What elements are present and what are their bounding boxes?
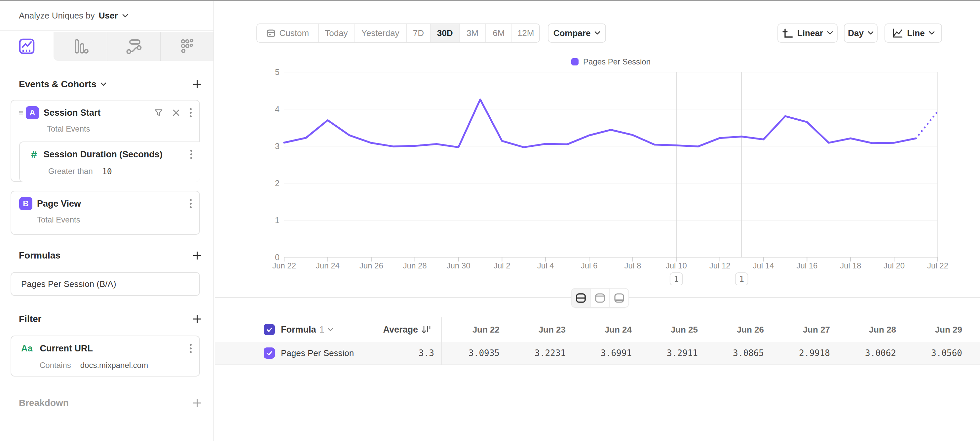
drag-handle-icon[interactable] bbox=[19, 110, 24, 115]
filter-operator-row: Contains docs.mixpanel.com bbox=[11, 359, 199, 371]
chevron-down-icon[interactable] bbox=[122, 14, 129, 18]
range-3m[interactable]: 3M bbox=[460, 24, 486, 42]
kebab-menu-icon[interactable] bbox=[189, 107, 192, 118]
filter-card-current-url[interactable]: Aa Current URL Contains docs.mixpanel.co… bbox=[11, 336, 200, 377]
kebab-menu-icon[interactable] bbox=[189, 343, 192, 354]
formula-header-label: Formula bbox=[281, 325, 316, 335]
date-column-header[interactable]: Jun 22 bbox=[440, 317, 500, 342]
tab-funnels[interactable] bbox=[54, 32, 107, 61]
chevron-down-icon[interactable] bbox=[100, 82, 107, 86]
compare-button[interactable]: Compare bbox=[548, 24, 606, 43]
event-card-page-view[interactable]: B Page View Total Events bbox=[11, 191, 200, 235]
filter-row: Aa Current URL bbox=[11, 340, 199, 357]
svg-text:Jul 2: Jul 2 bbox=[494, 261, 511, 270]
range-custom[interactable]: Custom bbox=[257, 24, 319, 42]
row-checkbox[interactable] bbox=[264, 347, 275, 359]
filter-funnel-icon[interactable] bbox=[154, 108, 163, 117]
interval-label: Day bbox=[848, 28, 864, 38]
date-column-header[interactable]: Jun 23 bbox=[506, 317, 566, 342]
row-series-label[interactable]: Pages Per Session bbox=[281, 342, 354, 364]
range-7d[interactable]: 7D bbox=[407, 24, 431, 42]
range-6m[interactable]: 6M bbox=[486, 24, 512, 42]
svg-text:0: 0 bbox=[275, 253, 280, 262]
event-metric-row[interactable]: Total Events bbox=[11, 214, 199, 226]
analyze-uniques-row: Analyze Uniques by User bbox=[0, 1, 213, 31]
filter-property-name[interactable]: Current URL bbox=[40, 344, 93, 354]
scale-dropdown[interactable]: Linear bbox=[778, 24, 838, 43]
svg-text:Jul 6: Jul 6 bbox=[581, 261, 598, 270]
property-filter-card-session-duration[interactable]: # Session Duration (Seconds) Greater tha… bbox=[19, 142, 200, 182]
filter-header: Filter bbox=[0, 312, 213, 326]
date-column-header[interactable]: Jun 27 bbox=[770, 317, 830, 342]
chart-type-dropdown[interactable]: Line bbox=[885, 24, 942, 43]
table-only-view-button[interactable] bbox=[610, 288, 628, 307]
add-breakdown-button[interactable] bbox=[192, 398, 202, 408]
operator-value[interactable]: 10 bbox=[102, 167, 112, 176]
range-30d[interactable]: 30D bbox=[431, 24, 460, 42]
svg-text:Jun 22: Jun 22 bbox=[272, 261, 296, 270]
svg-text:Jul 14: Jul 14 bbox=[753, 261, 774, 270]
analyze-value-dropdown[interactable]: User bbox=[99, 11, 118, 21]
average-column-header[interactable]: Average bbox=[334, 317, 418, 342]
range-today[interactable]: Today bbox=[319, 24, 355, 42]
event-metric-row[interactable]: Total Events bbox=[11, 123, 199, 135]
formula-card[interactable]: Pages Per Session (B/A) bbox=[11, 272, 200, 296]
data-cell: 3.6991 bbox=[572, 342, 632, 364]
close-icon[interactable] bbox=[172, 109, 180, 117]
add-formula-button[interactable] bbox=[192, 251, 202, 261]
add-event-button[interactable] bbox=[192, 80, 202, 89]
events-cohorts-title: Events & Cohorts bbox=[19, 79, 97, 89]
formula-name[interactable]: Pages Per Session (B/A) bbox=[21, 279, 116, 289]
event-metric[interactable]: Total Events bbox=[37, 215, 80, 224]
kebab-menu-icon[interactable] bbox=[189, 198, 192, 209]
data-cell: 2.9918 bbox=[770, 342, 830, 364]
chart-only-view-button[interactable] bbox=[591, 288, 610, 307]
series-line[interactable] bbox=[284, 100, 916, 147]
table-data-row[interactable]: Pages Per Session 3.3 3.0935 3.2231 3.69… bbox=[215, 342, 980, 365]
date-column-header[interactable]: Jun 24 bbox=[572, 317, 632, 342]
chart-type-label: Line bbox=[907, 28, 924, 38]
event-name[interactable]: Session Start bbox=[44, 108, 101, 118]
svg-text:1: 1 bbox=[674, 274, 679, 283]
date-column-header[interactable]: Jun 29 bbox=[903, 317, 962, 342]
tab-retention[interactable] bbox=[160, 32, 214, 61]
flows-icon bbox=[124, 37, 143, 56]
svg-text:Jun 24: Jun 24 bbox=[316, 261, 340, 270]
event-name[interactable]: Page View bbox=[37, 199, 81, 209]
line-chart[interactable]: 11012345Jun 22Jun 24Jun 26Jun 28Jun 30Ju… bbox=[215, 51, 980, 285]
compare-label: Compare bbox=[554, 28, 591, 38]
kebab-menu-icon[interactable] bbox=[190, 149, 192, 160]
range-label: 30D bbox=[437, 28, 453, 38]
tab-insights[interactable] bbox=[0, 32, 54, 61]
formulas-header: Formulas bbox=[0, 248, 213, 263]
operator-label[interactable]: Greater than bbox=[48, 167, 93, 176]
range-yesterday[interactable]: Yesterday bbox=[355, 24, 407, 42]
formula-column-header[interactable]: Formula 1 bbox=[281, 317, 333, 342]
event-card-session-start[interactable]: A Session Start Total Events bbox=[11, 100, 200, 182]
select-all-checkbox[interactable] bbox=[264, 324, 275, 335]
split-view-button[interactable] bbox=[572, 288, 591, 307]
funnels-bars-icon bbox=[71, 37, 89, 56]
average-header-label: Average bbox=[383, 325, 418, 335]
tab-flows[interactable] bbox=[107, 32, 160, 61]
range-label: Custom bbox=[279, 28, 309, 38]
date-column-header[interactable]: Jun 25 bbox=[638, 317, 698, 342]
svg-text:1: 1 bbox=[739, 274, 744, 283]
property-row: # Session Duration (Seconds) bbox=[20, 146, 200, 162]
svg-text:Jun 26: Jun 26 bbox=[360, 261, 383, 270]
view-layout-toggle bbox=[571, 288, 629, 308]
data-cell: 3.0560 bbox=[903, 342, 962, 364]
property-name[interactable]: Session Duration (Seconds) bbox=[44, 150, 162, 160]
operator-label[interactable]: Contains bbox=[40, 361, 71, 370]
interval-dropdown[interactable]: Day bbox=[844, 24, 878, 43]
operator-value[interactable]: docs.mixpanel.com bbox=[80, 361, 148, 370]
range-label: 12M bbox=[517, 28, 534, 38]
date-column-header[interactable]: Jun 28 bbox=[837, 317, 896, 342]
svg-text:Jul 10: Jul 10 bbox=[666, 261, 687, 270]
event-metric[interactable]: Total Events bbox=[47, 124, 90, 134]
add-filter-button[interactable] bbox=[192, 314, 202, 324]
date-column-header[interactable]: Jun 26 bbox=[705, 317, 764, 342]
svg-text:Jul 18: Jul 18 bbox=[840, 261, 861, 270]
sort-descending-icon[interactable] bbox=[421, 325, 431, 334]
range-12m[interactable]: 12M bbox=[512, 24, 539, 42]
